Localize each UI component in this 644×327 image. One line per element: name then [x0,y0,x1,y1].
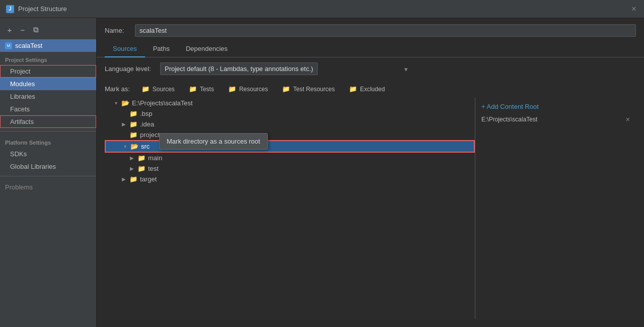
content-area: ▾ 📂 E:\Projects\scalaTest 📁 .bsp Mark di… [97,98,644,327]
mark-as-row: Mark as: 📁 Sources 📁 Tests 📁 Resources 📁… [97,80,644,98]
mark-as-sources-button[interactable]: 📁 Sources [136,83,179,95]
sidebar-item-libraries[interactable]: Libraries [0,90,96,103]
expand-icon-idea: ▶ [121,121,127,127]
name-input[interactable] [135,24,636,37]
sidebar-toolbar: + − ⧉ [0,22,96,39]
tabs-bar: Sources Paths Dependencies [97,41,644,57]
excluded-folder-icon: 📁 [349,85,357,93]
tree-item-root[interactable]: ▾ 📂 E:\Projects\scalaTest [105,98,475,108]
folder-icon-root: 📂 [121,99,129,107]
language-level-row: Language level: Project default (8 - Lam… [97,57,644,80]
content-root-path-row: E:\Projects\scalaTest × [481,114,630,124]
right-panel: Name: Sources Paths Dependencies Languag… [97,18,644,327]
folder-icon-project: 📁 [129,131,137,139]
sources-folder-icon: 📁 [141,85,150,93]
expand-icon-main: ▶ [129,155,135,161]
tree-item-test[interactable]: ▶ 📁 test [105,163,475,174]
sidebar-item-modules[interactable]: Modules [0,78,96,90]
add-content-root-button[interactable]: + Add Content Root [481,102,630,111]
close-button[interactable]: × [630,5,638,13]
add-module-button[interactable]: + [4,24,15,35]
sidebar-item-artifacts[interactable]: Artifacts [0,115,96,128]
name-label: Name: [105,27,130,34]
mark-as-tests-button[interactable]: 📁 Tests [183,83,219,95]
mark-as-label: Mark as: [105,85,130,93]
expand-icon-root: ▾ [113,100,119,106]
mark-as-resources-button[interactable]: 📁 Resources [223,83,272,95]
sidebar: + − ⧉ M scalaTest Project Settings Proje… [0,18,97,327]
sidebar-item-sdks[interactable]: SDKs [0,148,96,160]
platform-settings-header: Platform Settings [0,135,96,148]
module-item-label: scalaTest [15,42,42,49]
expand-icon-project [121,132,127,138]
folder-icon-bsp: 📁 [129,110,137,117]
sidebar-problems[interactable]: Problems [0,179,96,195]
tests-folder-icon: 📁 [189,85,197,93]
copy-module-button[interactable]: ⧉ [30,24,41,35]
folder-icon-test: 📁 [137,165,146,172]
resources-folder-icon: 📁 [228,85,236,93]
content-root-path-text: E:\Projects\scalaTest [481,116,537,123]
expand-icon-bsp [121,111,127,117]
mark-as-excluded-button[interactable]: 📁 Excluded [343,83,389,95]
title-bar-left: J Project Structure [6,5,67,13]
tree-item-idea[interactable]: ▶ 📁 .idea [105,119,475,129]
title-bar: J Project Structure × [0,0,644,18]
window-title: Project Structure [18,5,67,13]
expand-icon-test: ▶ [129,166,135,172]
content-root-remove-button[interactable]: × [626,115,630,123]
expand-icon-target: ▶ [121,176,127,182]
tooltip-mark-directory: Mark directory as a sources root [159,133,268,150]
sidebar-item-global-libraries[interactable]: Global Libraries [0,160,96,173]
expand-icon-src: ▾ [122,144,128,150]
tab-sources[interactable]: Sources [105,41,145,57]
tab-dependencies[interactable]: Dependencies [178,41,236,57]
language-level-label: Language level: [105,65,155,73]
sidebar-item-facets[interactable]: Facets [0,103,96,115]
content-root-panel: + Add Content Root E:\Projects\scalaTest… [475,98,636,319]
tree-item-main[interactable]: ▶ 📁 main [105,153,475,163]
main-content: + − ⧉ M scalaTest Project Settings Proje… [0,18,644,327]
mark-as-test-resources-button[interactable]: 📁 Test Resources [276,83,339,95]
tab-paths[interactable]: Paths [145,41,178,57]
folder-icon-main: 📁 [137,154,146,162]
name-row: Name: [97,18,644,41]
folder-icon-idea: 📁 [129,120,137,128]
test-resources-folder-icon: 📁 [282,85,290,93]
tree-item-target[interactable]: ▶ 📁 target [105,174,475,184]
module-icon: M [5,42,12,49]
language-level-select[interactable]: Project default (8 - Lambdas, type annot… [160,62,318,75]
sidebar-divider-2 [0,176,96,176]
folder-icon-target: 📁 [129,175,137,183]
file-tree: ▾ 📂 E:\Projects\scalaTest 📁 .bsp Mark di… [105,98,475,319]
app-icon: J [6,5,14,13]
sidebar-divider [0,131,96,132]
language-level-select-wrapper: Project default (8 - Lambdas, type annot… [160,62,412,75]
module-item-scalatest[interactable]: M scalaTest [0,39,96,52]
folder-icon-src: 📂 [130,143,138,150]
project-settings-header: Project Settings [0,52,96,65]
sidebar-item-project[interactable]: Project [0,65,96,78]
tree-item-bsp[interactable]: 📁 .bsp [105,108,475,119]
remove-module-button[interactable]: − [17,24,28,35]
